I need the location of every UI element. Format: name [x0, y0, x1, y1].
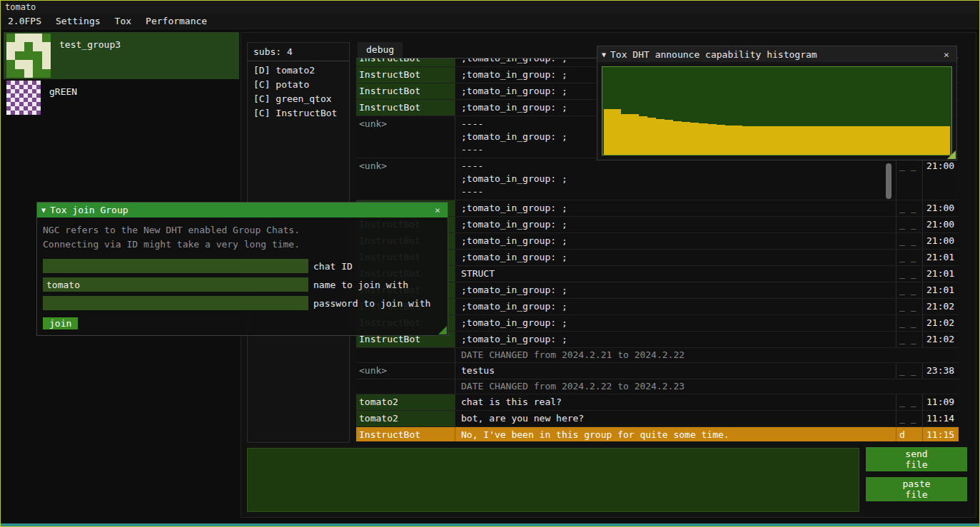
message-delivery-flags: _ _ — [896, 282, 923, 298]
histogram-bar — [682, 122, 690, 155]
message-delivery-flags: _ _ — [896, 299, 923, 314]
message-sender: InstructBot — [356, 427, 455, 441]
histogram-window: ▼ Tox DHT announce capability histogram … — [597, 46, 957, 160]
group-name: test_group3 — [59, 39, 121, 50]
message-delivery-flags: _ _ — [896, 315, 923, 331]
subs-list-item[interactable]: [C] InstructBot — [248, 106, 349, 121]
message-delivery-flags: _ _ — [896, 363, 923, 379]
resize-grip[interactable] — [947, 150, 956, 159]
message-text: ;tomato_in_group: ; — [455, 217, 896, 232]
histogram-bar — [812, 126, 820, 155]
paste-file-button[interactable]: paste file — [866, 477, 967, 501]
subs-list-item[interactable]: [D] tomato2 — [248, 63, 349, 78]
separator — [248, 61, 349, 61]
resize-grip[interactable] — [438, 326, 447, 334]
message-sender: InstructBot — [356, 100, 455, 116]
histogram-bar — [699, 123, 707, 155]
histogram-bar — [647, 118, 656, 155]
group-avatar — [6, 34, 51, 78]
subs-list-item[interactable]: [C] green_qtox — [248, 92, 349, 106]
message-text: ;tomato_in_group: ; — [455, 233, 896, 249]
message-row[interactable]: InstructBotNo, I've been in this group f… — [356, 427, 959, 441]
message-sender: InstructBot — [356, 67, 455, 83]
histogram-bar — [855, 126, 864, 155]
histogram-bar — [906, 126, 915, 155]
empty-name-cell — [356, 348, 455, 362]
join-group-window: ▼ Tox join Group × NGC refers to the New… — [36, 202, 448, 336]
collapse-icon[interactable]: ▼ — [41, 206, 46, 214]
histogram-bar — [872, 126, 881, 155]
message-sender: InstructBot — [356, 58, 455, 66]
message-timestamp: 21:02 — [923, 315, 959, 331]
message-timestamp: 21:02 — [923, 332, 959, 347]
message-delivery-flags: _ _ — [896, 233, 923, 249]
system-message-row: DATE CHANGED from 2024.2.21 to 2024.2.22 — [356, 348, 959, 363]
message-text: chat is this real? — [455, 394, 896, 410]
histogram-bar — [621, 114, 630, 155]
menu-item-tox[interactable]: Tox — [108, 14, 138, 29]
histogram-titlebar[interactable]: ▼ Tox DHT announce capability histogram … — [597, 46, 956, 62]
message-sender: tomato2 — [356, 394, 455, 410]
menu-item-performance[interactable]: Performance — [138, 14, 214, 29]
message-delivery-flags: _ _ — [896, 217, 923, 232]
window-titlebar[interactable]: tomato — [1, 1, 979, 14]
message-text: ;tomato_in_group: ; — [455, 200, 896, 216]
message-delivery-flags: _ _ — [896, 250, 923, 265]
histogram-bar — [881, 126, 889, 155]
message-timestamp: 21:00 — [923, 217, 959, 232]
message-delivery-flags: _ _ — [896, 332, 923, 347]
subs-count-header: subs: 4 — [248, 43, 349, 59]
histogram-bar — [656, 119, 665, 155]
message-sender: InstructBot — [356, 83, 455, 99]
histogram-bar — [708, 124, 717, 155]
histogram-body — [602, 66, 952, 155]
messages-scrollbar[interactable] — [886, 163, 891, 199]
send-file-button[interactable]: send file — [866, 447, 967, 471]
menu-item-2-0fps[interactable]: 2.0FPS — [1, 14, 49, 29]
join-group-titlebar[interactable]: ▼ Tox join Group × — [37, 203, 448, 218]
histogram-bar — [612, 109, 621, 155]
menu-bar: 2.0FPSSettingsToxPerformance — [1, 14, 979, 29]
message-input[interactable] — [247, 448, 859, 512]
close-icon[interactable]: × — [941, 49, 952, 60]
close-icon[interactable]: × — [432, 205, 443, 215]
message-text: No, I've been in this group for quite so… — [455, 427, 896, 441]
message-delivery-flags: _ _ — [896, 200, 923, 216]
message-sender: <unk> — [356, 116, 455, 158]
join-input-chat-id[interactable] — [43, 259, 308, 273]
join-field-label: password to join with — [313, 298, 430, 309]
histogram-bar — [604, 109, 612, 155]
message-text: bot, are you new here? — [455, 411, 896, 426]
join-input-password-to-join-with[interactable] — [43, 296, 308, 310]
message-sender: tomato2 — [356, 411, 455, 426]
histogram-bar — [630, 114, 638, 155]
system-message-text: DATE CHANGED from 2024.2.21 to 2024.2.22 — [455, 348, 959, 362]
join-fields: chat IDname to join withpassword to join… — [43, 259, 442, 310]
collapse-icon[interactable]: ▼ — [602, 51, 606, 58]
message-row[interactable]: tomato2bot, are you new here?_ _11:14 — [356, 411, 959, 427]
group-item-test_group3[interactable]: test_group3 — [4, 32, 239, 79]
histogram-bar — [803, 126, 812, 155]
message-timestamp: 21:01 — [923, 250, 959, 265]
group-item-gREEN[interactable]: gREEN — [4, 79, 239, 126]
message-sender: <unk> — [356, 158, 455, 200]
histogram-bar — [829, 126, 837, 155]
tab-debug[interactable]: debug — [358, 42, 403, 58]
join-group-title: Tox join Group — [50, 205, 432, 215]
histogram-bar — [639, 116, 647, 155]
join-button[interactable]: join — [43, 317, 78, 329]
subs-list-item[interactable]: [C] potato — [248, 78, 349, 92]
join-field-row: password to join with — [43, 296, 442, 310]
histogram-bar — [786, 126, 794, 155]
message-text: ;tomato_in_group: ; — [455, 332, 896, 347]
histogram-bar — [777, 126, 786, 155]
join-input-name-to-join-with[interactable] — [43, 277, 308, 292]
message-row[interactable]: <unk>testus_ _23:38 — [356, 363, 959, 379]
window-edge-accent — [1, 523, 979, 526]
message-delivery-flags: _ _ — [896, 411, 923, 426]
message-text: ;tomato_in_group: ; — [455, 315, 896, 331]
message-text: testus — [455, 363, 896, 379]
menu-item-settings[interactable]: Settings — [49, 14, 108, 29]
message-row[interactable]: tomato2chat is this real?_ _11:09 — [356, 394, 959, 411]
message-row[interactable]: <unk>---- ;tomato_in_group: ; ----_ _21:… — [356, 158, 959, 200]
